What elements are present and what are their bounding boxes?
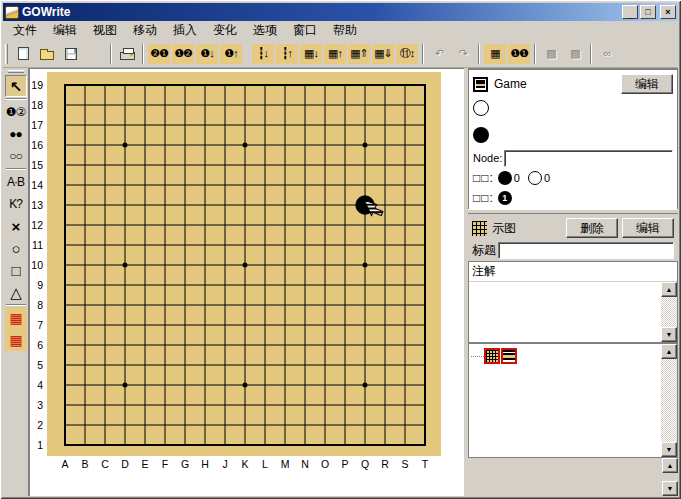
svg-text:C: C [101,458,109,470]
scroll-down-icon[interactable]: ▼ [661,442,677,457]
diagram-last-button[interactable]: ▦⇓ [372,44,394,64]
window-title: GOWrite [22,5,620,19]
move-number-stone-icon: 1 [498,191,512,205]
close-button[interactable]: × [660,5,676,19]
svg-text:L: L [262,458,268,470]
svg-text:11: 11 [32,239,43,251]
move-number-down-button[interactable]: ❶↓ [196,44,218,64]
new-file-icon [18,47,29,60]
menu-bar: 文件编辑视图移动插入变化选项窗口帮助 [3,21,678,40]
print-icon [120,52,135,60]
diagram-title-label: 标题 [472,242,496,259]
title-bar[interactable]: GOWrite _ □ × [3,3,678,21]
menu-view[interactable]: 视图 [85,20,125,41]
toolbar-separator [422,44,424,64]
menu-insert[interactable]: 插入 [165,20,205,41]
scroll-up-icon[interactable]: ▲ [661,282,677,297]
comment-scrollbar[interactable]: ▲ ▼ [661,282,677,342]
minimize-button[interactable]: _ [622,5,638,19]
black-player-stone-icon [473,127,489,143]
game-tree[interactable] [469,344,661,457]
tool-palette: ↖❶②●●○○A·BK?×○□△▦▦ [3,68,29,496]
moves-label: □□: [473,191,494,205]
go-board-svg[interactable]: 19181716151413121110987654321ABCDEFGHJKL… [30,69,464,489]
diagram-partial-tool[interactable]: ▦ [5,329,27,351]
toolbar-separator [534,44,536,64]
mark-triangle-tool[interactable]: △ [5,281,27,303]
toolbar-grip[interactable] [5,44,8,64]
renumber-to-start-button[interactable]: ❷❶ [148,44,170,64]
bottom-scrollbar[interactable]: ▲ ▼ [662,458,678,496]
palette-separator [6,98,26,100]
menu-help[interactable]: 帮助 [325,20,365,41]
diagram-down-button[interactable]: ▦↓ [300,44,322,64]
menu-move[interactable]: 移动 [125,20,165,41]
tree-scrollbar[interactable]: ▲ ▼ [661,344,677,457]
white-captures-stone-icon [528,171,542,185]
palette-grip[interactable] [8,70,24,73]
move-number-toggle-button[interactable]: ⑪↕ [396,44,418,64]
board-grid-button[interactable]: ▦ [484,44,506,64]
new-file-button[interactable] [12,44,34,64]
svg-text:12: 12 [31,219,43,231]
mark-circle-tool[interactable]: ○ [5,237,27,259]
scroll-down-icon[interactable]: ▼ [661,327,677,342]
svg-text:E: E [141,458,148,470]
mark-x-tool[interactable]: × [5,215,27,237]
white-stone-tool[interactable]: ○○ [5,145,27,167]
svg-text:3: 3 [37,399,43,411]
save-all-button[interactable] [84,44,106,64]
svg-text:A: A [61,458,68,470]
svg-text:1: 1 [37,439,43,451]
diagram-up-button[interactable]: ▦↑ [324,44,346,64]
svg-text:O: O [321,458,329,470]
print-button[interactable] [116,44,138,64]
node-input[interactable] [504,150,673,167]
scroll-up-icon[interactable]: ▲ [662,458,678,473]
undo-button: ↶ [428,44,450,64]
svg-text:F: F [162,458,168,470]
diagram-label: 示图 [492,220,566,237]
diagram-edit-button[interactable]: 编辑 [622,218,674,238]
toolbar-separator [110,44,112,64]
label-text-tool[interactable]: K? [5,193,27,215]
open-file-button[interactable] [36,44,58,64]
stones-up-button[interactable]: ┇↑ [276,44,298,64]
label-letter-tool[interactable]: A·B [5,171,27,193]
menu-window[interactable]: 窗口 [285,20,325,41]
menu-options[interactable]: 选项 [245,20,285,41]
diagram-first-button[interactable]: ▦⇑ [348,44,370,64]
diagram-title-input[interactable] [498,242,674,259]
tree-node-game-icon[interactable] [501,348,517,364]
svg-text:19: 19 [31,79,43,91]
app-icon [5,6,19,19]
svg-text:M: M [281,458,290,470]
svg-text:J: J [222,458,227,470]
pass-move-button[interactable]: ❶❶ [508,44,530,64]
game-edit-button[interactable]: 编辑 [621,74,673,94]
pointer-tool[interactable]: ↖ [5,75,27,97]
node-label: Node: [473,152,502,164]
save-button[interactable] [60,44,82,64]
diagram-delete-button[interactable]: 删除 [566,218,618,238]
tree-node-diagram-icon[interactable] [484,348,500,364]
scroll-up-icon[interactable]: ▲ [661,344,677,359]
scroll-down-icon[interactable]: ▼ [662,481,678,496]
black-captures-stone-icon [498,171,512,185]
bottom-strip: ▲ ▼ [468,458,678,496]
maximize-button[interactable]: □ [640,5,656,19]
svg-text:N: N [301,458,309,470]
play-move-tool[interactable]: ❶② [5,101,27,123]
comment-textarea[interactable] [469,282,661,342]
black-stone-tool[interactable]: ●● [5,123,27,145]
stones-down-button[interactable]: ┇↓ [252,44,274,64]
mark-square-tool[interactable]: □ [5,259,27,281]
search-button: ∞ [596,44,618,64]
move-number-up-button[interactable]: ❶↑ [220,44,242,64]
menu-edit[interactable]: 编辑 [45,20,85,41]
diagram-region-tool[interactable]: ▦ [5,307,27,329]
menu-variation[interactable]: 变化 [205,20,245,41]
game-tree-section: ▲ ▼ [468,343,678,458]
renumber-to-end-button[interactable]: ❶❷ [172,44,194,64]
menu-file[interactable]: 文件 [5,20,45,41]
